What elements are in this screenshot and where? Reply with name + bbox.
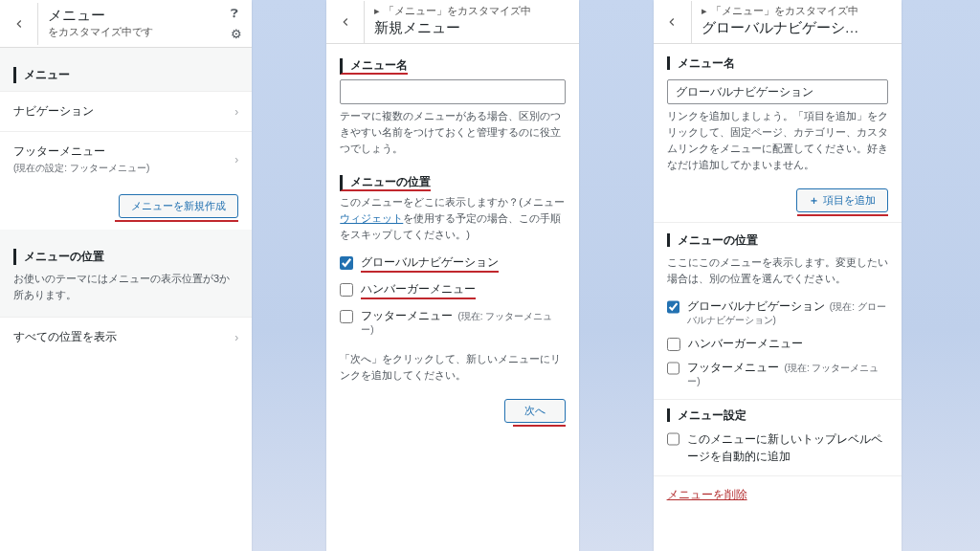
menu-row-sub: (現在の設定: フッターメニュー)	[13, 162, 149, 175]
back-button[interactable]	[326, 1, 365, 43]
menu-row-footer[interactable]: フッターメニュー (現在の設定: フッターメニュー) ›	[0, 131, 252, 187]
show-all-positions-row[interactable]: すべての位置を表示 ›	[0, 317, 252, 357]
next-button-label: 次へ	[524, 405, 546, 417]
chevron-right-icon: ›	[234, 331, 238, 344]
add-item-label: 項目を追加	[823, 194, 876, 206]
menu-name-heading: メニュー名	[340, 58, 408, 75]
position-checkbox[interactable]	[340, 283, 353, 297]
menu-name-input[interactable]	[667, 79, 888, 104]
menu-row-label: ナビゲーション	[13, 103, 94, 120]
menu-row-navigation[interactable]: ナビゲーション ›	[0, 91, 252, 131]
menu-position-heading: メニューの位置	[667, 233, 758, 247]
position-label: ハンバーガーメニュー	[688, 337, 803, 351]
chevron-left-icon	[665, 15, 679, 29]
position-check-footer[interactable]: フッターメニュー (現在: フッターメニュー)	[326, 304, 578, 342]
page-title: グローバルナビゲーシ…	[702, 19, 892, 37]
auto-add-label: このメニューに新しいトップレベルページを自動的に追加	[687, 431, 888, 465]
position-label: フッターメニュー	[687, 362, 779, 373]
auto-add-check[interactable]: このメニューに新しいトップレベルページを自動的に追加	[654, 426, 902, 470]
widget-link[interactable]: ウィジェット	[340, 212, 403, 224]
menu-position-desc: このメニューをどこに表示しますか？(メニューウィジェットを使用する予定の場合、こ…	[326, 190, 578, 251]
position-check-hamburger[interactable]: ハンバーガーメニュー	[326, 277, 578, 304]
menu-row-label: フッターメニュー	[13, 143, 149, 160]
position-label: グローバルナビゲーション	[361, 255, 499, 273]
menu-settings-heading: メニュー設定	[667, 408, 746, 422]
chevron-right-icon: ›	[234, 105, 238, 119]
page-title: メニュー	[48, 7, 212, 25]
show-all-positions-label: すべての位置を表示	[13, 329, 117, 345]
position-checkbox[interactable]	[667, 362, 680, 375]
position-check-global[interactable]: グローバルナビゲーション (現在: グローバルナビゲーション)	[654, 295, 902, 332]
menu-position-title: メニューの位置	[13, 249, 252, 265]
chevron-right-icon: ›	[234, 153, 238, 166]
plus-icon: ＋	[809, 194, 819, 206]
position-checkbox[interactable]	[340, 310, 353, 323]
delete-menu-link[interactable]: メニューを削除	[654, 480, 902, 510]
position-checkbox[interactable]	[667, 300, 679, 314]
position-label: グローバルナビゲーション	[687, 300, 825, 312]
menu-section-title: メニュー	[13, 67, 252, 83]
back-button[interactable]	[0, 3, 38, 45]
auto-add-checkbox[interactable]	[667, 432, 679, 446]
position-label: フッターメニュー	[361, 310, 453, 321]
position-check-global[interactable]: グローバルナビゲーション	[326, 251, 578, 277]
position-check-footer[interactable]: フッターメニュー (現在: フッターメニュー)	[654, 356, 902, 393]
next-desc: 「次へ」をクリックして、新しいメニューにリンクを追加してください。	[326, 342, 578, 391]
page-title: 新規メニュー	[374, 19, 568, 37]
chevron-left-icon	[339, 15, 352, 29]
create-menu-label: メニューを新規作成	[131, 200, 226, 211]
add-item-desc: リンクを追加しましょう。「項目を追加」をクリックして、固定ページ、カテゴリー、カ…	[654, 104, 902, 181]
add-item-button[interactable]: ＋項目を追加	[796, 188, 888, 212]
breadcrumb: ▸「メニュー」をカスタマイズ中	[702, 4, 892, 18]
gear-icon[interactable]: ⚙︎	[231, 27, 242, 41]
create-menu-button[interactable]: メニューを新規作成	[119, 194, 238, 218]
menu-position-desc: お使いのテーマにはメニューの表示位置が3か所あります。	[0, 267, 252, 311]
back-button[interactable]	[654, 1, 692, 43]
position-label: ハンバーガーメニュー	[361, 282, 476, 299]
next-button[interactable]: 次へ	[504, 399, 566, 423]
position-checkbox[interactable]	[667, 338, 680, 351]
page-subtitle: をカスタマイズ中です	[48, 25, 212, 39]
menu-name-desc: テーマに複数のメニューがある場合、区別のつきやすい名前をつけておくと管理するのに…	[326, 104, 578, 165]
menu-name-input[interactable]	[340, 79, 565, 104]
help-icon[interactable]: ❓︎	[231, 6, 242, 21]
chevron-left-icon	[12, 17, 26, 31]
menu-position-desc: ここにこのメニューを表示します。変更したい場合は、別の位置を選んでください。	[654, 251, 902, 295]
menu-name-heading: メニュー名	[667, 56, 735, 70]
breadcrumb: ▸「メニュー」をカスタマイズ中	[374, 4, 568, 18]
menu-position-heading: メニューの位置	[340, 175, 431, 191]
position-checkbox[interactable]	[340, 256, 353, 270]
position-check-hamburger[interactable]: ハンバーガーメニュー	[654, 332, 902, 356]
